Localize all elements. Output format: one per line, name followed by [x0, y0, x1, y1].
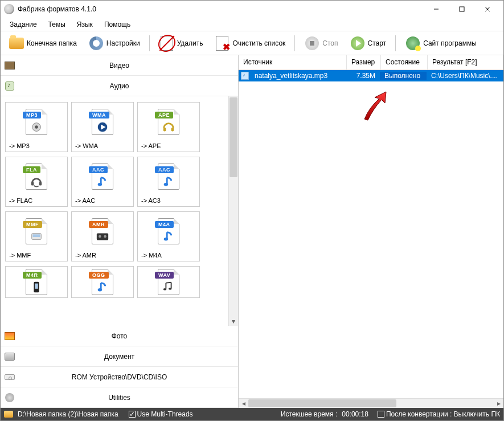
svg-rect-16	[97, 233, 108, 240]
scroll-left-icon[interactable]: ◂	[239, 399, 248, 408]
start-button[interactable]: Старт	[345, 34, 391, 53]
status-path[interactable]: D:\Новая папка (2)\Новая папка	[18, 410, 118, 418]
multithreads-checkbox[interactable]: ✓ Use Multi-Threads	[129, 410, 193, 418]
format-tile-ogg[interactable]: OGG	[71, 266, 134, 298]
svg-rect-10	[31, 182, 34, 185]
elapsed-label: Истекшее время :	[281, 410, 337, 418]
format-tile-fla[interactable]: FLA-> FLAC	[5, 157, 68, 207]
col-state[interactable]: Состояние	[381, 55, 428, 70]
category-audio[interactable]: Аудио	[1, 76, 238, 96]
format-glyph-icon	[96, 281, 109, 293]
col-result[interactable]: Результат [F2]	[428, 55, 503, 70]
menu-themes[interactable]: Темы	[43, 19, 71, 30]
format-badge: AAC	[155, 166, 174, 173]
format-badge: M4R	[23, 272, 42, 279]
stop-button[interactable]: Стоп	[300, 34, 342, 53]
cell-state: Выполнено	[380, 72, 427, 80]
format-tile-wav[interactable]: WAV	[137, 266, 200, 298]
format-label: -> WMA	[72, 141, 133, 152]
svg-rect-21	[35, 284, 38, 289]
svg-point-12	[98, 182, 102, 186]
svg-point-18	[104, 235, 106, 238]
toolbar-separator	[149, 35, 150, 51]
photo-icon	[5, 332, 15, 340]
toolbar: Конечная папка Настройки Удалить Очистит…	[1, 31, 503, 55]
format-badge: FLA	[23, 166, 40, 173]
format-grid: MP3-> MP3WMA-> WMAAPE-> APEFLA-> FLACAAC…	[5, 102, 224, 298]
format-glyph-icon	[96, 175, 109, 188]
col-size[interactable]: Размер	[347, 55, 381, 70]
maximize-button[interactable]	[449, 1, 474, 17]
app-icon	[4, 4, 14, 14]
settings-button[interactable]: Настройки	[84, 34, 145, 53]
category-photo-label: Фото	[19, 332, 238, 340]
formats-panel: MP3-> MP3WMA-> WMAAPE-> APEFLA-> FLACAAC…	[1, 96, 238, 326]
gear-icon	[89, 36, 103, 50]
menu-help[interactable]: Помощь	[99, 19, 136, 30]
cell-source: natalya_vetlitskaya.mp3	[250, 72, 346, 80]
scroll-thumb[interactable]	[230, 97, 237, 177]
format-badge: AAC	[89, 166, 108, 173]
scroll-right-icon[interactable]: ▸	[494, 399, 503, 408]
category-video-label: Видео	[19, 62, 238, 70]
toolbar-separator	[294, 35, 295, 51]
svg-point-13	[164, 182, 168, 186]
category-document[interactable]: Документ	[1, 346, 238, 367]
format-glyph-icon	[162, 281, 175, 293]
format-tile-m4a[interactable]: M4A-> M4A	[137, 211, 200, 261]
delete-icon	[161, 36, 173, 51]
output-folder-button[interactable]: Конечная папка	[4, 34, 81, 53]
after-label: После конвертации : Выключить ПК	[386, 410, 500, 418]
minimize-button[interactable]	[423, 1, 449, 17]
format-tile-wma[interactable]: WMA-> WMA	[71, 102, 134, 152]
left-panel: Видео Аудио MP3-> MP3WMA-> WMAAPE-> APEF…	[1, 55, 239, 408]
format-glyph-icon	[96, 121, 109, 133]
svg-point-22	[98, 288, 102, 292]
format-tile-mmf[interactable]: MMF-> MMF	[5, 211, 68, 261]
col-source[interactable]: Источник	[239, 55, 347, 70]
format-glyph-icon	[162, 230, 175, 243]
format-glyph-icon	[96, 230, 109, 243]
format-tile-aac[interactable]: AAC-> AC3	[137, 157, 200, 207]
delete-button[interactable]: Удалить	[154, 34, 208, 53]
format-glyph-icon	[30, 281, 43, 293]
category-video[interactable]: Видео	[1, 55, 238, 76]
format-badge: M4A	[155, 221, 174, 228]
cell-size: 7.35M	[346, 72, 380, 80]
table-row[interactable]: natalya_vetlitskaya.mp37.35MВыполненоC:\…	[239, 70, 503, 81]
category-rom[interactable]: ROM Устройство\DVD\CD\ISO	[1, 367, 238, 387]
after-conversion-checkbox[interactable]: После конвертации : Выключить ПК	[378, 410, 500, 418]
svg-point-19	[164, 237, 168, 240]
clear-list-button[interactable]: Очистить список	[210, 34, 290, 53]
hscroll-thumb[interactable]	[248, 399, 396, 407]
format-badge: MP3	[23, 112, 41, 118]
cell-result: C:\Users\ПК\Music\....	[427, 72, 503, 80]
delete-label: Удалить	[177, 39, 203, 47]
category-photo[interactable]: Фото	[1, 326, 238, 346]
format-glyph-icon	[30, 230, 43, 243]
category-utilities[interactable]: Utilities	[1, 387, 238, 408]
format-tile-m4r[interactable]: M4R	[5, 266, 68, 298]
site-button[interactable]: Сайт программы	[400, 34, 481, 53]
settings-label: Настройки	[106, 39, 140, 47]
audio-file-icon	[241, 72, 249, 80]
format-tile-mp3[interactable]: MP3-> MP3	[5, 102, 68, 152]
toolbar-separator	[395, 35, 396, 51]
menu-language[interactable]: Язык	[71, 19, 99, 30]
music-icon	[5, 81, 14, 91]
table-header: Источник Размер Состояние Результат [F2]	[239, 55, 503, 70]
close-button[interactable]	[474, 1, 500, 17]
table-body: natalya_vetlitskaya.mp37.35MВыполненоC:\…	[239, 70, 503, 398]
format-label: -> MP3	[6, 141, 67, 152]
format-tile-amr[interactable]: AMR-> AMR	[71, 211, 134, 261]
folder-icon	[4, 411, 13, 418]
scroll-down-icon[interactable]: ▾	[229, 316, 238, 326]
format-tile-aac[interactable]: AAC-> AAC	[71, 157, 134, 207]
menu-task[interactable]: Задание	[4, 19, 43, 30]
format-tile-ape[interactable]: APE-> APE	[137, 102, 200, 152]
format-label: -> MMF	[6, 250, 67, 261]
format-badge: AMR	[89, 221, 108, 228]
table-hscrollbar[interactable]: ◂ ▸	[239, 398, 503, 408]
formats-scrollbar[interactable]: ▴ ▾	[228, 96, 238, 326]
format-glyph-icon	[30, 175, 43, 188]
